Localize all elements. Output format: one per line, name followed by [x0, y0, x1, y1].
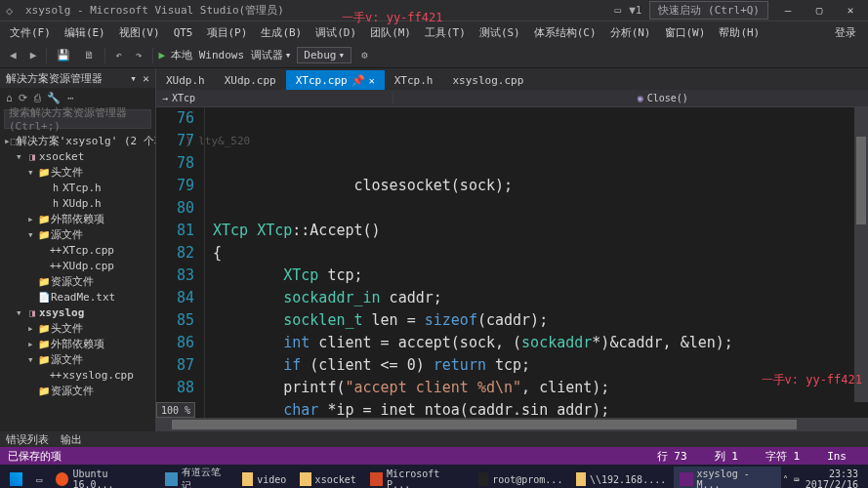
tool-icon[interactable]: ⚙	[357, 47, 372, 63]
solution-search[interactable]: 搜索解决方案资源管理器(Ctrl+;)	[4, 109, 151, 129]
save-all-button[interactable]: 🗎	[80, 47, 99, 63]
debugger-dropdown[interactable]: 本地 Windows 调试器▾	[171, 48, 291, 62]
menu-debug[interactable]: 调试(D)	[310, 23, 362, 42]
status-char: 字符 1	[752, 449, 813, 464]
start-button[interactable]	[4, 467, 28, 488]
status-col: 列 1	[701, 449, 752, 464]
folder-headers-2[interactable]: ▸📁头文件	[0, 320, 155, 336]
tray-ime-icon[interactable]: ⌨	[794, 474, 800, 485]
tab-xudp-h[interactable]: XUdp.h	[156, 70, 215, 90]
task-vs[interactable]: xsyslog - M...	[674, 467, 781, 488]
login-button[interactable]: 登录	[835, 25, 864, 40]
task-youdao[interactable]: 有道云笔记	[159, 467, 234, 488]
editor-tabs: XUdp.h XUdp.cpp XTcp.cpp📌✕ XTcp.h xsyslo…	[156, 68, 868, 90]
zoom-level[interactable]: 100 %	[156, 402, 195, 418]
hscrollbar[interactable]	[156, 418, 868, 431]
clock[interactable]: 23:332017/2/16	[806, 468, 858, 488]
nav-scope[interactable]: →XTcp	[156, 93, 393, 103]
file-xudp-h[interactable]: hXUdp.h	[0, 195, 155, 211]
nav-bar: →XTcp ◉Close()	[156, 90, 868, 107]
menu-project[interactable]: 项目(P)	[201, 23, 254, 42]
folder-resource-2[interactable]: 📁资源文件	[0, 383, 155, 398]
close-button[interactable]: ✕	[839, 4, 862, 17]
bottom-tabs: 错误列表 输出	[0, 431, 868, 447]
file-readme[interactable]: 📄ReadMe.txt	[0, 289, 155, 305]
toolbar: ◀ ▶ 💾 🗎 ↶ ↷ ▶ 本地 Windows 调试器▾ Debug▾ ⚙	[0, 43, 868, 68]
status-bar: 已保存的项 行 73 列 1 字符 1 Ins	[0, 447, 868, 465]
project-xsocket[interactable]: ▾◨xsocket	[0, 148, 155, 164]
window-title: xsysolg - Microsoft Visual Studio(管理员)	[25, 3, 284, 18]
vscrollbar[interactable]	[854, 107, 868, 402]
folder-external[interactable]: ▸📁外部依赖项	[0, 211, 155, 226]
titlebar: ◇ xsysolg - Microsoft Visual Studio(管理员)…	[0, 0, 868, 21]
menu-tools[interactable]: 工具(T)	[419, 23, 472, 42]
menubar: 文件(F) 编辑(E) 视图(V) QT5 项目(P) 生成(B) 调试(D) …	[0, 21, 868, 43]
play-icon: ▶	[159, 49, 166, 61]
menu-team[interactable]: 团队(M)	[364, 23, 417, 42]
menu-edit[interactable]: 编辑(E)	[59, 23, 111, 42]
status-message: 已保存的项	[8, 449, 62, 464]
tab-errors[interactable]: 错误列表	[6, 432, 49, 447]
tab-xtcp-h[interactable]: XTcp.h	[385, 70, 443, 90]
task-ubuntu[interactable]: Ubuntu 16.0...	[50, 467, 157, 488]
feedback-flag[interactable]: ▼1	[629, 4, 641, 17]
menu-help[interactable]: 帮助(H)	[713, 23, 765, 42]
task-powerpoint[interactable]: Microsoft P...	[364, 467, 472, 488]
menu-build[interactable]: 生成(B)	[255, 23, 308, 42]
tab-output[interactable]: 输出	[61, 432, 82, 447]
solution-tree: ▸⬚解决方案'xsysolg' (2 个项目) ▾◨xsocket ▾📁头文件 …	[0, 131, 155, 431]
menu-qt5[interactable]: QT5	[168, 24, 199, 41]
solution-explorer: 解决方案资源管理器▾ ✕ ⌂ ⟳ ⎙ 🔧 ⋯ 搜索解决方案资源管理器(Ctrl+…	[0, 68, 156, 431]
task-xsocket[interactable]: xsocket	[294, 467, 361, 488]
tab-xudp-cpp[interactable]: XUdp.cpp	[215, 70, 286, 90]
forward-button[interactable]: ▶	[26, 47, 41, 63]
taskview-button[interactable]: ▭	[30, 467, 48, 488]
maximize-button[interactable]: ▢	[807, 4, 831, 17]
status-line: 行 73	[643, 449, 701, 464]
menu-window[interactable]: 窗口(W)	[659, 23, 712, 42]
folder-external-2[interactable]: ▸📁外部依赖项	[0, 336, 155, 351]
close-icon[interactable]: ✕	[369, 75, 375, 86]
file-xsyslog-cpp[interactable]: ++xsyslog.cpp	[0, 367, 155, 383]
menu-arch[interactable]: 体系结构(C)	[528, 23, 602, 42]
nav-member[interactable]: ◉Close()	[632, 93, 868, 103]
quick-launch[interactable]: 快速启动 (Ctrl+Q)	[649, 1, 768, 20]
code-text[interactable]: } lty&_520 closesocket(sock);XTcp XTcp::…	[205, 107, 868, 418]
minimize-button[interactable]: —	[776, 4, 800, 17]
project-xsyslog[interactable]: ▾◨xsyslog	[0, 305, 155, 320]
menu-file[interactable]: 文件(F)	[4, 23, 57, 42]
config-dropdown[interactable]: Debug▾	[297, 47, 351, 63]
vs-icon: ◇	[6, 4, 20, 18]
line-gutter: 767778798081828384858687888990	[156, 107, 205, 418]
save-button[interactable]: 💾	[53, 47, 74, 63]
task-video[interactable]: video	[236, 467, 293, 488]
tab-xsyslog-cpp[interactable]: xsyslog.cpp	[443, 70, 534, 90]
back-button[interactable]: ◀	[6, 47, 21, 63]
task-network[interactable]: \\192.168....	[570, 467, 672, 488]
solution-toolbar[interactable]: ⌂ ⟳ ⎙ 🔧 ⋯	[0, 88, 155, 107]
file-xudp-cpp[interactable]: ++XUdp.cpp	[0, 258, 155, 273]
menu-view[interactable]: 视图(V)	[113, 23, 166, 42]
folder-source-2[interactable]: ▾📁源文件	[0, 351, 155, 367]
pane-header[interactable]: 解决方案资源管理器▾ ✕	[0, 68, 155, 88]
menu-test[interactable]: 测试(S)	[474, 23, 526, 42]
solution-root[interactable]: ▸⬚解决方案'xsysolg' (2 个项目)	[0, 133, 155, 148]
code-editor[interactable]: 767778798081828384858687888990 } lty&_52…	[156, 107, 868, 418]
taskbar: ▭ Ubuntu 16.0... 有道云笔记 video xsocket Mic…	[0, 465, 868, 488]
status-ins: Ins	[813, 450, 860, 463]
file-xtcp-h[interactable]: hXTcp.h	[0, 180, 155, 195]
pin-icon[interactable]: 📌	[351, 74, 365, 87]
tray-up-icon[interactable]: ˄	[783, 474, 788, 485]
file-xtcp-cpp[interactable]: ++XTcp.cpp	[0, 242, 155, 258]
notification-icon[interactable]: ▭	[615, 4, 622, 17]
folder-source[interactable]: ▾📁源文件	[0, 226, 155, 242]
tab-xtcp-cpp[interactable]: XTcp.cpp📌✕	[286, 70, 385, 90]
redo-button[interactable]: ↷	[132, 47, 146, 63]
folder-resource[interactable]: 📁资源文件	[0, 273, 155, 289]
undo-button[interactable]: ↶	[111, 47, 126, 63]
folder-headers[interactable]: ▾📁头文件	[0, 164, 155, 180]
task-root[interactable]: root@prom...	[473, 467, 568, 488]
menu-analyze[interactable]: 分析(N)	[604, 23, 657, 42]
editor-area: XUdp.h XUdp.cpp XTcp.cpp📌✕ XTcp.h xsyslo…	[156, 68, 868, 431]
